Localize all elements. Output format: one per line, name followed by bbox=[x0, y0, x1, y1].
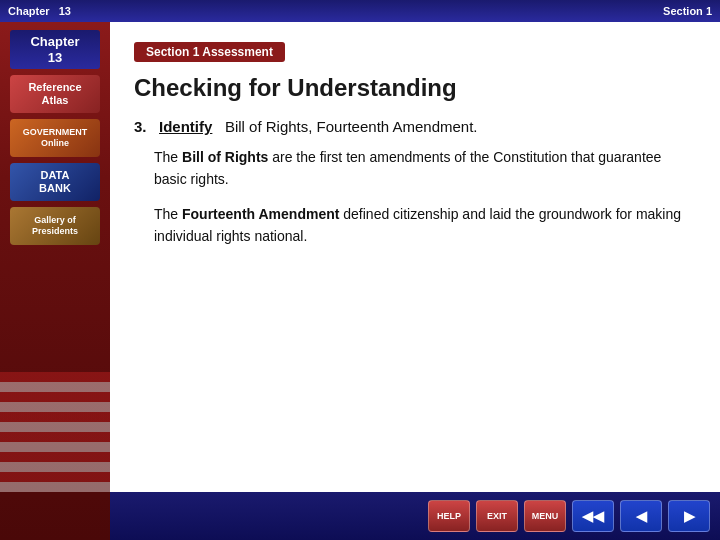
answer-block-1: The Bill of Rights are the first ten ame… bbox=[154, 147, 696, 190]
bottom-nav: HELP EXIT MENU ◀◀ ◀ ▶ bbox=[110, 492, 720, 540]
exit-button[interactable]: EXIT bbox=[476, 500, 518, 532]
sidebar-item-reference-atlas[interactable]: Reference Atlas bbox=[10, 75, 100, 113]
question-number: 3. bbox=[134, 118, 147, 135]
main-content: Section 1 Assessment Checking for Unders… bbox=[110, 22, 720, 540]
section-assessment-banner: Section 1 Assessment bbox=[134, 42, 285, 62]
sidebar-item-government-online[interactable]: GOVERNMENT Online bbox=[10, 119, 100, 157]
menu-button[interactable]: MENU bbox=[524, 500, 566, 532]
term-bill-of-rights: Bill of Rights bbox=[182, 149, 268, 165]
page-title: Checking for Understanding bbox=[134, 74, 696, 102]
question-keyword: Identify bbox=[159, 118, 212, 135]
help-button[interactable]: HELP bbox=[428, 500, 470, 532]
chapter-label: Chapter 13 bbox=[8, 5, 71, 17]
answer-block-2: The Fourteenth Amendment defined citizen… bbox=[154, 204, 696, 247]
answer-text-2: The Fourteenth Amendment defined citizen… bbox=[154, 204, 696, 247]
back-button[interactable]: ◀ bbox=[620, 500, 662, 532]
term-fourteenth-amendment: Fourteenth Amendment bbox=[182, 206, 339, 222]
chapter-box: Chapter 13 bbox=[10, 30, 100, 69]
sidebar-item-gallery-presidents[interactable]: Gallery of Presidents bbox=[10, 207, 100, 245]
question-line: 3. Identify Bill of Rights, Fourteenth A… bbox=[134, 118, 696, 135]
question-text: Bill of Rights, Fourteenth Amendment. bbox=[225, 118, 478, 135]
section-label: Section 1 bbox=[663, 5, 712, 17]
sidebar-item-data-bank[interactable]: DATA BANK bbox=[10, 163, 100, 201]
prev-prev-button[interactable]: ◀◀ bbox=[572, 500, 614, 532]
sidebar-flag-bg bbox=[0, 372, 110, 492]
answer-text-1: The Bill of Rights are the first ten ame… bbox=[154, 147, 696, 190]
next-button[interactable]: ▶ bbox=[668, 500, 710, 532]
top-header: Chapter 13 Section 1 bbox=[0, 0, 720, 22]
